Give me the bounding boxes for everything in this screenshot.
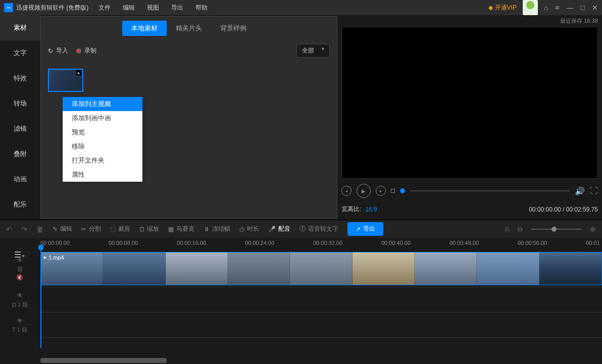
video-clip[interactable]: ▸1.mp4 [40, 252, 602, 285]
tab-intro[interactable]: 精美片头 [167, 21, 211, 36]
timeline-ruler[interactable]: 00:00:00.00 00:00:08.00 00:00:16.00 00:0… [0, 238, 602, 250]
mosaic-icon: ▦ [168, 226, 174, 233]
tab-bg[interactable]: 背景样例 [211, 21, 256, 36]
fullscreen-icon[interactable]: ⛶ [590, 186, 598, 195]
text-track[interactable]: 👁 T 1 ⛓ [0, 313, 602, 338]
mic-icon: 🎤 [268, 226, 276, 233]
video-track[interactable]: 👁 ⛓ 🔇 ▸1.mp4 [0, 250, 602, 287]
seek-handle[interactable] [400, 188, 405, 193]
zoom-in-icon[interactable]: ⊕ [590, 225, 596, 233]
nav-text[interactable]: 文字 [0, 40, 40, 66]
home-icon[interactable]: ⌂ [544, 4, 548, 12]
ctx-props[interactable]: 属性 [63, 168, 142, 182]
lock-icon[interactable]: ⛓ [17, 266, 23, 272]
diamond-icon: ◆ [488, 4, 493, 11]
ctx-add-main[interactable]: 添加到主视频 [63, 97, 142, 111]
ctx-add-pip[interactable]: 添加到画中画 [63, 111, 142, 125]
nav-music[interactable]: 配乐 [0, 192, 40, 217]
track-label: T 1 ⛓ [12, 327, 27, 333]
stop-button[interactable] [391, 189, 395, 193]
scissors-icon: ✂ [81, 226, 86, 233]
clock-icon: ◷ [239, 226, 244, 233]
nav-material[interactable]: 素材 [0, 15, 40, 40]
eye-icon[interactable]: 👁 [17, 292, 23, 299]
export-icon: ↗ [356, 226, 361, 233]
eye-icon[interactable]: 👁 [17, 256, 23, 264]
minimize-icon[interactable]: — [567, 4, 574, 12]
tb-zoom[interactable]: ⊡缩放 [139, 225, 159, 233]
time-display: 00:00:00.00 / 00:02:59.75 [529, 206, 598, 213]
video-icon: ▸ [44, 254, 47, 261]
title-bar: ✂ 迅捷视频剪辑软件 (免费版) 文件 编辑 视图 导出 帮助 ◆ 开通VIP … [0, 0, 602, 15]
save-info: 最近保存 16:38 [341, 15, 598, 27]
vip-button[interactable]: ◆ 开通VIP [488, 4, 517, 12]
tb-edit[interactable]: ✎编辑 [53, 225, 72, 233]
menu-file[interactable]: 文件 [98, 4, 111, 12]
ratio-label: 宽高比: [341, 205, 361, 214]
filter-select[interactable]: 全部 [296, 44, 330, 58]
nav-overlay[interactable]: 叠附 [0, 141, 40, 167]
nav-effect[interactable]: 特效 [0, 66, 40, 91]
undo-icon[interactable]: ↶ [6, 225, 12, 233]
text-icon: Ⓣ [299, 225, 306, 233]
screenshot-icon[interactable]: ⎙ [505, 225, 509, 233]
tb-split[interactable]: ✂分割 [81, 225, 101, 233]
record-icon [76, 48, 81, 54]
play-button[interactable]: ▶ [357, 184, 371, 198]
prev-frame-button[interactable]: ◂ [341, 186, 352, 196]
crop-icon: ⬚ [110, 226, 116, 233]
record-button[interactable]: 录制 [76, 46, 96, 55]
app-icon: ✂ [4, 3, 13, 12]
tb-dub[interactable]: 🎤配音 [268, 225, 290, 233]
tb-mosaic[interactable]: ▦马赛克 [168, 225, 194, 233]
hamburger-icon[interactable]: ≡ [555, 4, 559, 12]
left-nav: 素材 文字 特效 转场 滤镜 叠附 动画 配乐 [0, 15, 40, 220]
preview-panel: 最近保存 16:38 ◂ ▶ ▸ 🔊 ⛶ 宽高比: 16:9 00:00:00.… [337, 15, 602, 220]
seek-bar[interactable] [410, 190, 570, 191]
nav-transition[interactable]: 转场 [0, 91, 40, 116]
import-icon: ↻ [48, 47, 53, 55]
horizontal-scrollbar[interactable] [40, 358, 167, 363]
nav-filter[interactable]: 滤镜 [0, 116, 40, 141]
preview-video[interactable] [341, 27, 598, 179]
freeze-icon: ⏸ [204, 226, 210, 233]
ctx-preview[interactable]: 预览 [63, 125, 142, 139]
import-button[interactable]: ↻ 导入 [48, 46, 68, 55]
track-label: ⊡ 1 ⛓ [12, 301, 28, 308]
timeline-toolbar: ↶ ↷ 🗑 ✎编辑 ✂分割 ⬚裁剪 ⊡缩放 ▦马赛克 ⏸冻结帧 ◷时长 🎤配音 … [0, 220, 602, 238]
tb-stt[interactable]: Ⓣ语音转文字 [299, 225, 338, 233]
media-thumbnail[interactable] [48, 69, 83, 92]
menu-help[interactable]: 帮助 [195, 4, 208, 12]
export-button[interactable]: ↗导出 [347, 222, 383, 236]
context-menu: 添加到主视频 添加到画中画 预览 移除 打开文件夹 属性 [63, 97, 142, 182]
tb-duration[interactable]: ◷时长 [239, 225, 259, 233]
zoom-slider[interactable] [531, 229, 582, 230]
delete-icon[interactable]: 🗑 [36, 225, 43, 233]
tb-crop[interactable]: ⬚裁剪 [110, 225, 130, 233]
pencil-icon: ✎ [53, 226, 58, 233]
maximize-icon[interactable]: □ [581, 4, 585, 12]
close-icon[interactable]: ✕ [592, 4, 598, 12]
audio-track[interactable]: 👁 ⊡ 1 ⛓ [0, 287, 602, 313]
redo-icon[interactable]: ↷ [21, 225, 27, 233]
zoom-out-icon[interactable]: ⊖ [517, 225, 523, 233]
tab-local[interactable]: 本地素材 [122, 21, 167, 36]
nav-animation[interactable]: 动画 [0, 167, 40, 192]
ratio-value[interactable]: 16:9 [365, 206, 377, 213]
playhead[interactable] [40, 247, 41, 348]
main-menu: 文件 编辑 视图 导出 帮助 [98, 4, 208, 12]
menu-view[interactable]: 视图 [147, 4, 159, 12]
next-frame-button[interactable]: ▸ [376, 186, 386, 196]
avatar[interactable] [523, 0, 538, 15]
ctx-remove[interactable]: 移除 [63, 139, 142, 153]
app-title: 迅捷视频剪辑软件 (免费版) [16, 4, 88, 12]
timeline: ☰₊ 00:00:00.00 00:00:08.00 00:00:16.00 0… [0, 238, 602, 364]
menu-edit[interactable]: 编辑 [123, 4, 135, 12]
mute-icon[interactable]: 🔇 [16, 274, 23, 281]
ctx-open-folder[interactable]: 打开文件夹 [63, 153, 142, 168]
menu-export[interactable]: 导出 [171, 4, 183, 12]
volume-icon[interactable]: 🔊 [575, 186, 585, 196]
tb-freeze[interactable]: ⏸冻结帧 [204, 225, 230, 233]
zoom-icon: ⊡ [139, 226, 144, 233]
eye-icon[interactable]: 👁 [17, 317, 23, 325]
